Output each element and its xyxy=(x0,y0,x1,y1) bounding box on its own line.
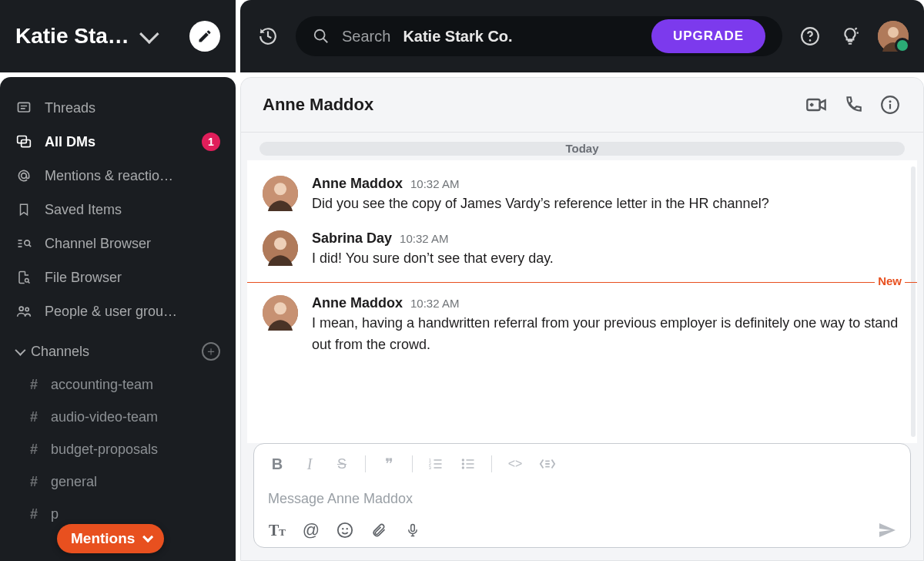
svg-point-21 xyxy=(274,183,286,195)
svg-point-25 xyxy=(274,302,286,314)
paperclip-icon xyxy=(371,522,387,539)
hash-icon: # xyxy=(28,442,40,458)
svg-line-1 xyxy=(323,39,328,43)
strike-button[interactable]: S xyxy=(333,455,351,473)
pencil-icon xyxy=(197,29,213,44)
unread-badge: 1 xyxy=(202,133,220,151)
message-row: Anne Maddox10:32 AMDid you see the copy … xyxy=(247,168,917,223)
svg-rect-6 xyxy=(18,102,30,112)
channel-label: audio-video-team xyxy=(51,409,158,425)
add-channel-button[interactable]: ＋ xyxy=(202,342,220,361)
svg-point-15 xyxy=(25,307,28,311)
avatar[interactable] xyxy=(263,295,298,331)
message-input[interactable]: Message Anne Maddox xyxy=(268,482,896,518)
avatar[interactable] xyxy=(263,176,298,211)
add-video-button[interactable] xyxy=(805,93,828,116)
user-avatar[interactable] xyxy=(878,21,909,52)
composer: B I S ❞ 123 <> xyxy=(253,443,911,548)
message-sender[interactable]: Sabrina Day xyxy=(312,230,392,247)
channel-label: p xyxy=(51,506,59,522)
bookmark-icon xyxy=(15,202,32,217)
whats-new-button[interactable] xyxy=(838,24,862,49)
sidebar-item-file-browser[interactable]: File Browser xyxy=(0,260,236,294)
mentions-jump-pill[interactable]: Mentions xyxy=(57,524,164,553)
svg-point-34 xyxy=(346,528,348,529)
message-sender[interactable]: Anne Maddox xyxy=(312,176,403,192)
search-bar[interactable]: Search Katie Stark Co. UPGRADE xyxy=(296,16,782,56)
sidebar-item-saved-items[interactable]: Saved Items xyxy=(0,193,236,227)
svg-point-9 xyxy=(22,173,27,179)
top-toolbar: Search Katie Stark Co. UPGRADE xyxy=(240,0,924,72)
compose-button[interactable] xyxy=(189,21,220,52)
sidebar-item-channel-browser[interactable]: Channel Browser xyxy=(0,227,236,260)
phone-icon xyxy=(843,95,863,115)
attach-button[interactable] xyxy=(370,521,388,539)
svg-point-3 xyxy=(809,39,812,42)
audio-button[interactable] xyxy=(403,521,422,539)
emoji-button[interactable] xyxy=(336,521,354,539)
avatar[interactable] xyxy=(263,230,298,266)
people-icon xyxy=(15,304,32,319)
svg-point-18 xyxy=(889,100,891,102)
message-time: 10:32 AM xyxy=(410,177,459,190)
conversation-title: Anne Maddox xyxy=(263,95,791,115)
ordered-list-button[interactable]: 123 xyxy=(427,455,445,473)
sidebar-item-label: Mentions & reactio… xyxy=(45,168,220,184)
channel-label: accounting-team xyxy=(51,377,153,393)
channel-audio-video-team[interactable]: #audio-video-team xyxy=(0,401,236,433)
avatar-image xyxy=(878,21,909,52)
channels-header-label: Channels xyxy=(31,344,89,360)
bold-button[interactable]: B xyxy=(268,455,286,473)
call-button[interactable] xyxy=(842,93,865,116)
channel-general[interactable]: #general xyxy=(0,465,236,498)
sidebar-item-people-user-grou[interactable]: People & user grou… xyxy=(0,294,236,328)
code-button[interactable]: <> xyxy=(506,455,524,473)
svg-rect-35 xyxy=(411,525,415,532)
svg-point-33 xyxy=(342,528,343,529)
svg-point-10 xyxy=(25,240,30,246)
sidebar-item-all-dms[interactable]: All DMs1 xyxy=(0,125,236,159)
sidebar-item-mentions-reactio[interactable]: Mentions & reactio… xyxy=(0,159,236,193)
bullet-list-button[interactable] xyxy=(459,455,477,473)
send-icon xyxy=(878,520,896,540)
sidebar-item-label: Saved Items xyxy=(45,202,220,218)
sidebar-item-label: File Browser xyxy=(45,270,220,286)
quote-button[interactable]: ❞ xyxy=(380,455,398,473)
scrollbar[interactable] xyxy=(911,166,916,437)
svg-point-32 xyxy=(338,523,352,537)
history-button[interactable] xyxy=(256,24,280,49)
upgrade-label: UPGRADE xyxy=(673,29,744,44)
workspace-switcher[interactable]: Katie Sta… xyxy=(0,0,236,72)
message-sender[interactable]: Anne Maddox xyxy=(312,295,403,311)
svg-line-11 xyxy=(29,245,32,247)
smile-icon xyxy=(336,522,353,539)
help-button[interactable] xyxy=(798,24,822,49)
svg-line-13 xyxy=(28,282,30,284)
search-icon xyxy=(313,28,330,45)
text-format-toggle[interactable]: TT xyxy=(268,521,286,539)
sidebar-item-label: All DMs xyxy=(45,134,189,150)
svg-text:3: 3 xyxy=(429,465,431,470)
channel-accounting-team[interactable]: #accounting-team xyxy=(0,368,236,401)
composer-actions: TT @ xyxy=(268,518,896,539)
message-time: 10:32 AM xyxy=(400,232,448,245)
sidebar-item-threads[interactable]: Threads xyxy=(0,91,236,125)
svg-point-31 xyxy=(462,466,464,469)
upgrade-button[interactable]: UPGRADE xyxy=(651,19,765,53)
codeblock-button[interactable] xyxy=(538,455,557,473)
italic-button[interactable]: I xyxy=(300,455,319,473)
channels-section-header[interactable]: Channels ＋ xyxy=(0,328,236,368)
mention-button[interactable]: @ xyxy=(302,521,320,539)
details-button[interactable] xyxy=(879,93,902,116)
message-list: Anne Maddox10:32 AMDid you see the copy … xyxy=(247,160,917,443)
browser-icon xyxy=(15,236,32,251)
bullet-list-icon xyxy=(460,456,476,472)
dms-icon xyxy=(15,134,32,149)
channel-budget-proposals[interactable]: #budget-proposals xyxy=(0,433,236,465)
svg-rect-19 xyxy=(889,104,891,109)
codeblock-icon xyxy=(539,456,556,472)
hash-icon: # xyxy=(28,377,40,393)
help-icon xyxy=(800,26,820,46)
message-row: Anne Maddox10:32 AMI mean, having a hand… xyxy=(247,287,917,364)
send-button[interactable] xyxy=(878,521,896,539)
